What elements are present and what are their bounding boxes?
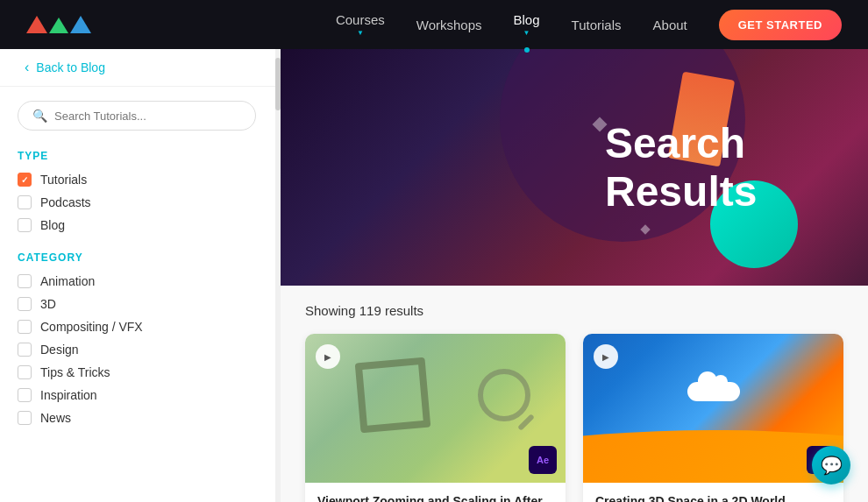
card-thumbnail-2: ▶ Ae: [583, 334, 843, 483]
checkbox-animation[interactable]: [18, 274, 32, 288]
checkbox-design[interactable]: [18, 343, 32, 357]
checkbox-tutorials[interactable]: [18, 173, 32, 187]
thumb-magnify: [478, 369, 530, 421]
category-section-title: CATEGORY: [18, 251, 256, 264]
filter-label-compositing: Compositing / VFX: [40, 320, 143, 334]
play-button-1[interactable]: ▶: [316, 344, 340, 369]
filter-label-inspiration: Inspiration: [40, 388, 97, 402]
navbar: Courses ▼ Workshops Blog ▼ Tutorials Abo…: [0, 0, 868, 49]
filter-label-animation: Animation: [40, 274, 95, 288]
back-to-blog-label: Back to Blog: [36, 60, 105, 74]
chat-bubble[interactable]: 💬: [812, 446, 850, 484]
right-content: Search Results Showing 119 results ▶ Ae: [281, 49, 868, 502]
card-body-2: Creating 3D Space in a 2D World: [583, 483, 843, 502]
filter-label-tips: Tips & Tricks: [40, 365, 110, 379]
logo-tri-green: [49, 18, 68, 33]
filter-item-podcasts[interactable]: Podcasts: [18, 195, 256, 209]
chevron-down-icon: ▼: [357, 29, 364, 37]
back-to-blog-link[interactable]: ‹ Back to Blog: [25, 60, 256, 75]
results-area: Showing 119 results ▶ Ae Viewport Zoomin…: [281, 286, 868, 502]
nav-link-courses[interactable]: Courses ▼: [336, 12, 385, 37]
ae-badge-1: Ae: [529, 446, 557, 474]
nav-link-blog[interactable]: Blog ▼: [514, 12, 540, 37]
filter-item-animation[interactable]: Animation: [18, 274, 256, 288]
filter-item-compositing[interactable]: Compositing / VFX: [18, 320, 256, 334]
nav-link-workshops[interactable]: Workshops: [416, 18, 482, 32]
filter-label-news: News: [40, 411, 71, 425]
chat-icon: 💬: [821, 455, 843, 476]
chevron-left-icon: ‹: [25, 60, 29, 75]
checkbox-3d[interactable]: [18, 297, 32, 311]
search-box[interactable]: 🔍: [18, 101, 256, 131]
back-link-area: ‹ Back to Blog: [0, 49, 281, 87]
checkbox-news[interactable]: [18, 411, 32, 425]
play-button-2[interactable]: ▶: [594, 344, 618, 369]
checkbox-inspiration[interactable]: [18, 388, 32, 402]
results-count: Showing 119 results: [305, 303, 843, 318]
nav-link-about[interactable]: About: [653, 18, 687, 32]
get-started-button[interactable]: GET STARTED: [719, 10, 842, 40]
logo[interactable]: [26, 16, 91, 33]
nav-link-tutorials[interactable]: Tutorials: [572, 18, 622, 32]
card-1[interactable]: ▶ Ae Viewport Zooming and Scaling in Aft…: [305, 334, 566, 502]
filter-item-tips[interactable]: Tips & Tricks: [18, 365, 256, 379]
checkbox-podcasts[interactable]: [18, 195, 32, 209]
filter-item-3d[interactable]: 3D: [18, 297, 256, 311]
checkbox-compositing[interactable]: [18, 320, 32, 334]
wave-orange: [583, 430, 843, 483]
logo-tri-blue: [70, 16, 91, 33]
search-icon: 🔍: [32, 109, 47, 123]
checkbox-blog[interactable]: [18, 218, 32, 232]
chevron-down-icon-blog: ▼: [523, 29, 530, 37]
page-wrapper: Courses ▼ Workshops Blog ▼ Tutorials Abo…: [0, 0, 868, 502]
search-input[interactable]: [54, 110, 241, 123]
card-thumbnail-1: ▶ Ae: [305, 334, 566, 483]
filter-item-design[interactable]: Design: [18, 343, 256, 357]
card-2[interactable]: ▶ Ae Creating 3D Space in a 2D World: [583, 334, 843, 502]
checkbox-tips[interactable]: [18, 365, 32, 379]
type-section: TYPE Tutorials Podcasts Blog: [18, 150, 256, 232]
nav-links: Courses ▼ Workshops Blog ▼ Tutorials Abo…: [336, 10, 842, 40]
cards-grid: ▶ Ae Viewport Zooming and Scaling in Aft…: [305, 334, 843, 502]
hero-title: Search Results: [605, 119, 868, 216]
type-section-title: TYPE: [18, 150, 256, 162]
filter-item-tutorials[interactable]: Tutorials: [18, 173, 256, 187]
filter-label-3d: 3D: [40, 297, 56, 311]
category-section: CATEGORY Animation 3D Compositing / VFX: [18, 251, 256, 425]
hero-section: Search Results: [281, 49, 868, 286]
thumb-cloud: [687, 382, 740, 401]
filter-label-podcasts: Podcasts: [40, 195, 91, 209]
lower-section: ‹ Back to Blog 🔍 TYPE Tutorials: [0, 49, 868, 502]
filter-item-news[interactable]: News: [18, 411, 256, 425]
card-title-1: Viewport Zooming and Scaling in After Ef…: [317, 493, 553, 502]
logo-triangles: [26, 16, 91, 33]
thumb-square: [355, 357, 431, 434]
filter-label-design: Design: [40, 343, 79, 357]
sidebar-wrapper: ‹ Back to Blog 🔍 TYPE Tutorials: [0, 49, 281, 502]
filter-item-blog[interactable]: Blog: [18, 218, 256, 232]
card-title-2: Creating 3D Space in a 2D World: [595, 493, 831, 502]
logo-tri-red: [26, 16, 47, 33]
filter-item-inspiration[interactable]: Inspiration: [18, 388, 256, 402]
sidebar-content: 🔍 TYPE Tutorials Podcasts: [0, 87, 281, 502]
filter-label-tutorials: Tutorials: [40, 173, 87, 187]
filter-label-blog: Blog: [40, 218, 65, 232]
card-body-1: Viewport Zooming and Scaling in After Ef…: [305, 483, 566, 502]
